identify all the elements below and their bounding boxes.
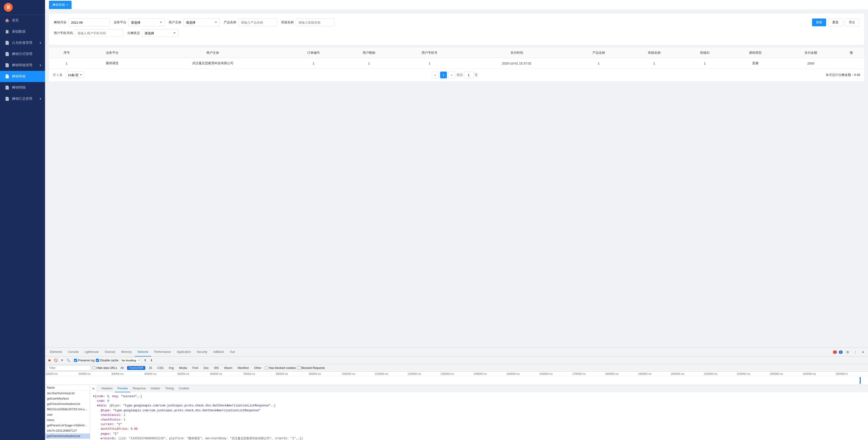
- filter-all[interactable]: All: [119, 366, 126, 370]
- detail-tab-timing[interactable]: Timing: [163, 385, 176, 392]
- filter-ws[interactable]: WS: [212, 366, 221, 370]
- search-button[interactable]: 🔍: [66, 358, 71, 363]
- request-item-1[interactable]: skuYearSummaryList: [45, 390, 90, 396]
- devtools-tab-elements[interactable]: Elements: [47, 348, 65, 356]
- clear-button[interactable]: 🚫: [53, 358, 58, 363]
- error-badge: 1: [833, 350, 837, 354]
- record-button[interactable]: ⏺: [47, 358, 52, 363]
- col-class-id: 班级ID: [682, 48, 727, 58]
- request-item-2[interactable]: getUserMesNum: [45, 396, 90, 401]
- sidebar-item-split-summary[interactable]: 📄 摊销汇总管理: [0, 93, 45, 104]
- devtools-tab-performance[interactable]: Performance: [151, 348, 174, 356]
- request-item-6[interactable]: menu: [45, 417, 90, 423]
- throttling-select[interactable]: No throttling: [120, 358, 142, 363]
- has-blocked-cookies-label[interactable]: Has blocked cookies: [265, 366, 296, 370]
- filter-media[interactable]: Media: [177, 366, 189, 370]
- cell-pay-time: 2020-10-01 15:37:02: [463, 58, 571, 69]
- devtools-dock-button[interactable]: ⋮: [852, 349, 858, 355]
- devtools-tab-network[interactable]: Network: [134, 348, 151, 356]
- phone-input[interactable]: [75, 29, 123, 37]
- search-button[interactable]: 搜索: [812, 19, 826, 26]
- page-size-select[interactable]: 10条/页 20条/页 50条/页: [65, 71, 84, 78]
- goto-input[interactable]: [464, 71, 474, 78]
- sidebar-item-split-method[interactable]: 📄 摊销方式管理: [0, 49, 45, 60]
- export-button[interactable]: ⬇: [149, 358, 154, 363]
- preserve-log-label[interactable]: Preserve log: [74, 359, 94, 362]
- sidebar-item-mileage[interactable]: 📄 公允价值管理: [0, 37, 45, 49]
- sidebar-item-home[interactable]: 🏠 首页: [0, 15, 45, 26]
- devtools-tab-vue[interactable]: Vue: [227, 348, 238, 356]
- pagination-controls: ‹ 1 › 前往 页: [432, 71, 478, 78]
- prev-page-button[interactable]: ‹: [432, 71, 439, 78]
- sidebar-item-split-audit[interactable]: 📄 摊销审核: [0, 71, 45, 82]
- hide-data-urls-checkbox[interactable]: [92, 366, 95, 370]
- devtools-tab-sources[interactable]: Sources: [102, 348, 118, 356]
- detail-tab-initiator[interactable]: Initiator: [148, 385, 163, 392]
- request-item-4[interactable]: f862c5cc625b8c2972f2.hot-up...: [45, 407, 90, 412]
- preserve-log-checkbox[interactable]: [74, 359, 77, 362]
- devtools-tab-application[interactable]: Application: [174, 348, 194, 356]
- disable-cache-label[interactable]: Disable cache: [96, 359, 118, 362]
- filter-toggle-button[interactable]: ▼: [60, 358, 64, 363]
- split-audit-tab[interactable]: 摊销审核 ×: [49, 1, 71, 9]
- filter-font[interactable]: Font: [190, 366, 200, 370]
- sidebar-item-label: 公允价值管理: [12, 41, 32, 45]
- request-item-8[interactable]: info?t=1631169697127: [45, 428, 90, 433]
- platform-select[interactable]: 请选择: [128, 19, 165, 26]
- goto-suffix: 页: [475, 73, 478, 77]
- devtools-close-button[interactable]: ✕: [860, 349, 866, 355]
- devtools-tab-console[interactable]: Console: [65, 348, 82, 356]
- blocked-requests-checkbox[interactable]: [297, 366, 300, 370]
- sidebar-item-base-data[interactable]: 📋 基础数据: [0, 26, 45, 37]
- hide-data-urls-label[interactable]: Hide data URLs: [92, 366, 117, 370]
- filter-doc[interactable]: Doc: [202, 366, 211, 370]
- filter-css[interactable]: CSS: [156, 366, 165, 370]
- reset-button[interactable]: 重置: [828, 19, 843, 26]
- import-button[interactable]: ⬆: [143, 358, 148, 363]
- devtools-tab-memory[interactable]: Memory: [118, 348, 134, 356]
- has-blocked-cookies-checkbox[interactable]: [265, 366, 268, 370]
- devtools-tab-adblock[interactable]: AdBlock: [210, 348, 227, 356]
- detail-tab-response[interactable]: Response: [130, 385, 148, 392]
- product-input[interactable]: [238, 19, 277, 26]
- request-item-9[interactable]: getCheckAmortizationList: [45, 433, 90, 439]
- split-method-icon: 📄: [5, 52, 9, 56]
- month-input[interactable]: [68, 19, 110, 26]
- devtools-settings-button[interactable]: ⚙: [845, 349, 850, 355]
- phone-label: 用户手机号码: [54, 31, 73, 35]
- sidebar-item-split-detail[interactable]: 📄 摊销明细: [0, 82, 45, 93]
- request-item-3[interactable]: getCheckAmortizationList: [45, 401, 90, 407]
- filter-js[interactable]: JS: [147, 366, 154, 370]
- request-item-5[interactable]: user: [45, 412, 90, 417]
- sidebar-item-label: 摊销审核: [12, 74, 26, 78]
- status-select[interactable]: 请选择: [142, 29, 179, 37]
- disable-cache-checkbox[interactable]: [96, 359, 99, 362]
- filter-fetch-xhr[interactable]: Fetch/XHR: [127, 366, 145, 370]
- devtools-tab-security[interactable]: Security: [194, 348, 210, 356]
- merchant-select[interactable]: 请选择: [183, 19, 220, 26]
- class-input[interactable]: [296, 19, 335, 26]
- filter-other[interactable]: Other: [252, 366, 264, 370]
- table-wrapper: 序号 业务平台 商户主体 订单编号 用户昵称 用户手机号 支付时间 产品名称 班…: [49, 48, 864, 69]
- network-filter-input[interactable]: [47, 365, 91, 371]
- filter-img[interactable]: Img: [167, 366, 176, 370]
- sidebar-item-split-audit-mgmt[interactable]: 📄 摊销审核管理: [0, 60, 45, 71]
- close-detail-button[interactable]: ✕: [90, 386, 97, 391]
- detail-tab-preview[interactable]: Preview: [115, 385, 130, 392]
- detail-tab-headers[interactable]: Headers: [99, 385, 115, 392]
- tab-close-button[interactable]: ×: [66, 3, 68, 7]
- export-button[interactable]: 导出: [845, 19, 859, 26]
- request-item-7[interactable]: getParamList?page=10&limit=-1: [45, 423, 90, 428]
- blocked-requests-label[interactable]: Blocked Requests: [297, 366, 325, 370]
- request-item-10[interactable]: getUserMesNum: [45, 439, 90, 440]
- next-page-button[interactable]: ›: [448, 71, 455, 78]
- json-monthTotalPrice: monthTotalPrice: 9.98: [93, 427, 865, 432]
- tl-2300: 2300000 ms: [769, 373, 802, 375]
- filter-wasm[interactable]: Wasm: [222, 366, 235, 370]
- status-filter: 分摊状态 请选择: [127, 29, 179, 37]
- detail-tab-cookies[interactable]: Cookies: [176, 385, 192, 392]
- devtools-tab-lighthouse[interactable]: Lighthouse: [82, 348, 102, 356]
- tl-200: 200000 ms: [78, 373, 111, 375]
- page-1-button[interactable]: 1: [440, 71, 447, 78]
- filter-manifest[interactable]: Manifest: [236, 366, 250, 370]
